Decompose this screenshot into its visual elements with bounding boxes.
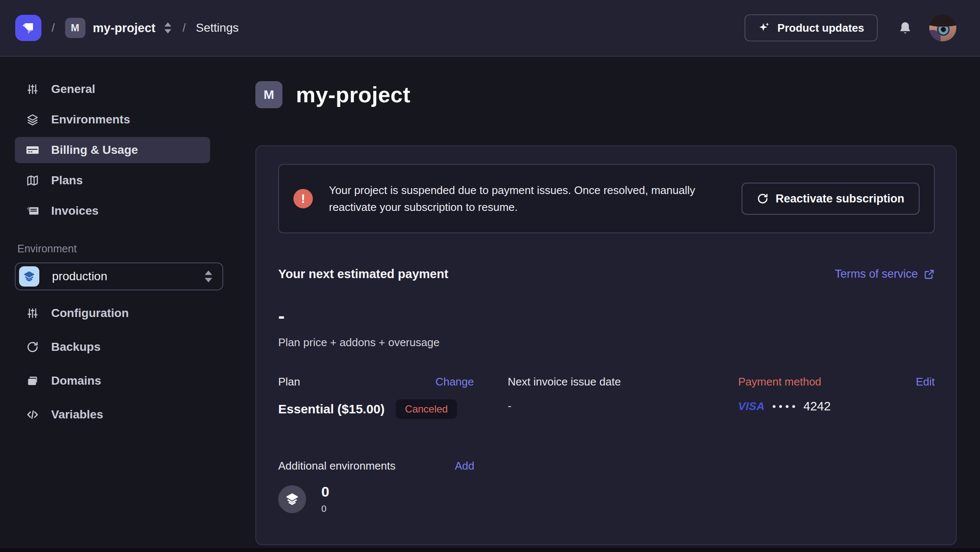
environment-selector[interactable]: production	[15, 262, 223, 290]
next-payment-heading: Your next estimated payment	[278, 267, 448, 281]
environment-layers-icon	[19, 266, 39, 287]
plan-value: Essential ($15.00)	[278, 402, 385, 416]
card-number-dots: ••••	[772, 401, 799, 413]
sidebar-item-variables[interactable]: Variables	[15, 401, 210, 428]
window-bottom-edge	[0, 548, 980, 552]
sidebar-item-label: Environments	[51, 113, 130, 126]
product-updates-label: Product updates	[777, 22, 864, 35]
sliders-icon	[26, 83, 39, 96]
sidebar-item-environments[interactable]: Environments	[15, 107, 210, 133]
project-chip: M	[65, 18, 85, 38]
rotate-icon	[757, 193, 769, 205]
invoice-column: Next invoice issue date -	[508, 375, 704, 419]
environment-count-row: 0 0	[278, 484, 935, 514]
sidebar-item-domains[interactable]: Domains	[15, 367, 210, 394]
external-link-icon	[924, 269, 935, 280]
settings-sidebar: General Environments Billing & Usage	[0, 57, 255, 549]
code-icon	[26, 408, 39, 421]
invoice-icon	[26, 205, 39, 217]
notifications-bell-icon[interactable]	[898, 21, 912, 35]
plan-label: Plan	[278, 375, 300, 388]
breadcrumb-separator: /	[183, 22, 186, 35]
sidebar-item-general[interactable]: General	[15, 76, 210, 102]
environment-count-value: 0	[321, 484, 329, 500]
layers-badge-icon	[278, 485, 306, 513]
add-environment-link[interactable]: Add	[455, 459, 474, 473]
page-title: my-project	[296, 82, 411, 107]
suspension-message: Your project is suspended due to payment…	[329, 182, 701, 216]
sidebar-item-label: Variables	[51, 408, 103, 421]
billing-card: ! Your project is suspended due to payme…	[255, 145, 957, 545]
canceled-status-badge: Canceled	[396, 399, 457, 419]
sidebar-item-configuration[interactable]: Configuration	[15, 300, 210, 327]
plan-column: Plan Change Essential ($15.00) Canceled	[278, 375, 474, 419]
main-content: M my-project ! Your project is suspended…	[255, 57, 980, 549]
map-icon	[26, 174, 39, 187]
sidebar-item-billing-usage[interactable]: Billing & Usage	[15, 137, 210, 163]
user-avatar[interactable]	[929, 14, 956, 41]
sidebar-item-backups[interactable]: Backups	[15, 333, 210, 361]
sidebar-item-label: Billing & Usage	[51, 143, 138, 157]
product-updates-button[interactable]: Product updates	[745, 14, 878, 41]
top-navbar: / M my-project / Settings Product update…	[0, 0, 980, 57]
next-invoice-value: -	[508, 399, 512, 413]
rotate-icon	[26, 341, 39, 353]
sidebar-item-plans[interactable]: Plans	[15, 167, 210, 194]
sidebar-item-invoices[interactable]: Invoices	[15, 198, 210, 224]
page-title-row: M my-project	[255, 81, 980, 108]
app-logo[interactable]	[15, 15, 41, 41]
environment-section-label: Environment	[17, 243, 255, 255]
reactivate-subscription-button[interactable]: Reactivate subscription	[742, 183, 920, 215]
breadcrumb-settings: Settings	[196, 21, 238, 35]
change-plan-link[interactable]: Change	[435, 375, 474, 388]
logo-glyph	[19, 19, 38, 37]
billing-columns: Plan Change Essential ($15.00) Canceled …	[278, 375, 935, 419]
breadcrumb-project[interactable]: M my-project	[65, 18, 172, 38]
chevron-sort-icon	[204, 271, 213, 282]
payment-formula: Plan price + addons + overusage	[278, 336, 935, 349]
sidebar-item-label: Backups	[51, 340, 101, 354]
sidebar-item-label: General	[51, 82, 95, 96]
project-chip: M	[255, 81, 282, 108]
stacked-folders-icon	[26, 374, 39, 387]
card-last4: 4242	[803, 399, 831, 413]
sidebar-item-label: Plans	[51, 174, 83, 187]
payment-section-header: Your next estimated payment Terms of ser…	[278, 267, 935, 281]
payment-method-label: Payment method	[738, 375, 821, 388]
project-name: my-project	[93, 21, 156, 35]
terms-label: Terms of service	[835, 268, 918, 281]
layers-icon	[26, 113, 39, 126]
sliders-icon	[26, 307, 39, 320]
payment-method-column: Payment method Edit VISA •••• 4242	[738, 375, 935, 419]
sidebar-item-label: Invoices	[51, 204, 99, 218]
chevron-sort-icon	[163, 22, 172, 33]
reactivate-label: Reactivate subscription	[775, 192, 904, 205]
environment-selected-value: production	[52, 270, 107, 283]
terms-of-service-link[interactable]: Terms of service	[835, 268, 935, 281]
visa-brand-mark: VISA	[738, 400, 765, 413]
edit-payment-method-link[interactable]: Edit	[916, 375, 935, 388]
environment-counts: 0 0	[321, 484, 329, 514]
suspension-banner: ! Your project is suspended due to payme…	[278, 164, 935, 233]
credit-card-icon	[26, 144, 39, 156]
estimated-amount-value: -	[278, 307, 935, 324]
additional-environments-header: Additional environments Add	[278, 459, 474, 473]
environment-subcount-value: 0	[321, 503, 329, 514]
sidebar-item-label: Configuration	[51, 306, 129, 320]
sparkles-icon	[758, 22, 771, 34]
breadcrumb-separator: /	[52, 22, 55, 35]
next-invoice-label: Next invoice issue date	[508, 375, 621, 388]
alert-icon: !	[293, 189, 313, 208]
sidebar-item-label: Domains	[51, 374, 101, 388]
additional-environments-label: Additional environments	[278, 459, 396, 473]
